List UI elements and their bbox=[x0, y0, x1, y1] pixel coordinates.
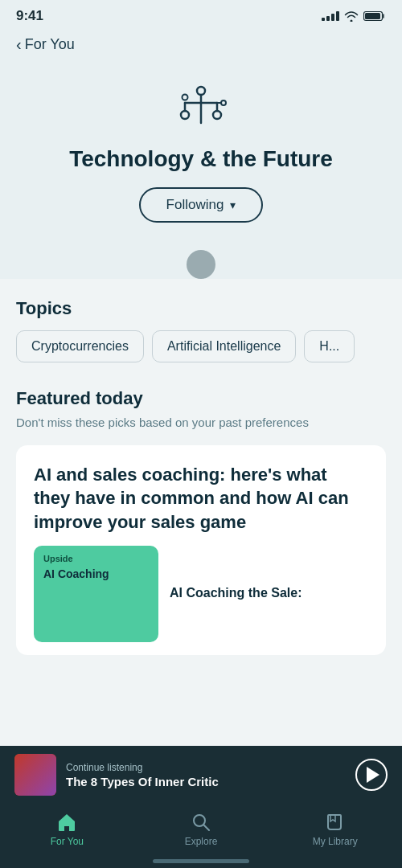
svg-point-3 bbox=[181, 111, 189, 119]
topics-section: Topics Cryptocurrencies Artificial Intel… bbox=[0, 279, 402, 366]
library-icon bbox=[325, 812, 346, 833]
svg-point-4 bbox=[213, 111, 221, 119]
topic-cryptocurrencies[interactable]: Cryptocurrencies bbox=[16, 330, 144, 362]
topic-ai[interactable]: Artificial Intelligence bbox=[152, 330, 296, 362]
home-indicator bbox=[153, 859, 249, 863]
back-label: For You bbox=[25, 36, 75, 53]
svg-point-10 bbox=[183, 95, 188, 100]
status-icons bbox=[322, 10, 386, 22]
bottom-nav: For You Explore My Library bbox=[0, 804, 402, 868]
status-time: 9:41 bbox=[16, 8, 43, 24]
topics-title: Topics bbox=[16, 298, 386, 319]
featured-title: Featured today bbox=[16, 388, 386, 409]
svg-line-14 bbox=[204, 825, 210, 831]
book-row: Upside AI Coaching AI Coaching the Sale: bbox=[34, 546, 368, 642]
search-icon bbox=[191, 812, 211, 833]
np-continue-label: Continue listening bbox=[66, 762, 346, 773]
chevron-down-icon: ▾ bbox=[230, 199, 236, 211]
following-label: Following bbox=[166, 197, 224, 213]
book-card-white[interactable]: AI Coaching the Sale: bbox=[170, 546, 368, 642]
topic-other[interactable]: H... bbox=[304, 330, 355, 362]
hero-section: Technology & the Future Following ▾ bbox=[0, 67, 402, 242]
article-card[interactable]: AI and sales coaching: here's what they … bbox=[16, 445, 386, 655]
np-thumb-image bbox=[14, 754, 56, 796]
book-title-white: AI Coaching the Sale: bbox=[170, 585, 368, 602]
topics-row: Cryptocurrencies Artificial Intelligence… bbox=[16, 330, 386, 366]
play-icon bbox=[367, 767, 379, 783]
battery-icon bbox=[363, 10, 386, 22]
signal-bars-icon bbox=[322, 11, 339, 21]
back-arrow-icon: ‹ bbox=[16, 35, 22, 54]
scroll-dot bbox=[187, 250, 215, 279]
svg-point-2 bbox=[197, 87, 205, 95]
nav-item-library[interactable]: My Library bbox=[268, 812, 402, 847]
book-tag: Upside bbox=[43, 554, 149, 563]
wifi-icon bbox=[344, 10, 359, 22]
hero-title: Technology & the Future bbox=[69, 145, 333, 173]
nav-label-explore: Explore bbox=[185, 836, 218, 847]
following-button[interactable]: Following ▾ bbox=[139, 187, 264, 223]
nav-item-for-you[interactable]: For You bbox=[0, 812, 134, 847]
back-button[interactable]: ‹ For You bbox=[16, 35, 75, 54]
scroll-indicator bbox=[0, 242, 402, 279]
featured-subtitle: Don't miss these picks based on your pas… bbox=[16, 414, 386, 431]
nav-label-for-you: For You bbox=[51, 836, 84, 847]
nav-item-explore[interactable]: Explore bbox=[134, 812, 269, 847]
svg-rect-1 bbox=[365, 13, 380, 19]
np-info: Continue listening The 8 Types Of Inner … bbox=[66, 762, 346, 788]
book-label: AI Coaching bbox=[43, 567, 149, 581]
header: ‹ For You bbox=[0, 29, 402, 67]
nav-label-library: My Library bbox=[313, 836, 358, 847]
main-content: Topics Cryptocurrencies Artificial Intel… bbox=[0, 279, 402, 655]
status-bar: 9:41 bbox=[0, 0, 402, 29]
np-thumbnail bbox=[14, 754, 56, 796]
now-playing-bar[interactable]: Continue listening The 8 Types Of Inner … bbox=[0, 746, 402, 804]
book-card-green[interactable]: Upside AI Coaching bbox=[34, 546, 158, 642]
article-title: AI and sales coaching: here's what they … bbox=[34, 463, 368, 534]
home-icon bbox=[56, 812, 77, 833]
np-track-title: The 8 Types Of Inner Critic bbox=[66, 775, 346, 788]
featured-section: Featured today Don't miss these picks ba… bbox=[0, 366, 402, 655]
tech-icon bbox=[169, 75, 233, 134]
np-play-button[interactable] bbox=[355, 759, 388, 791]
